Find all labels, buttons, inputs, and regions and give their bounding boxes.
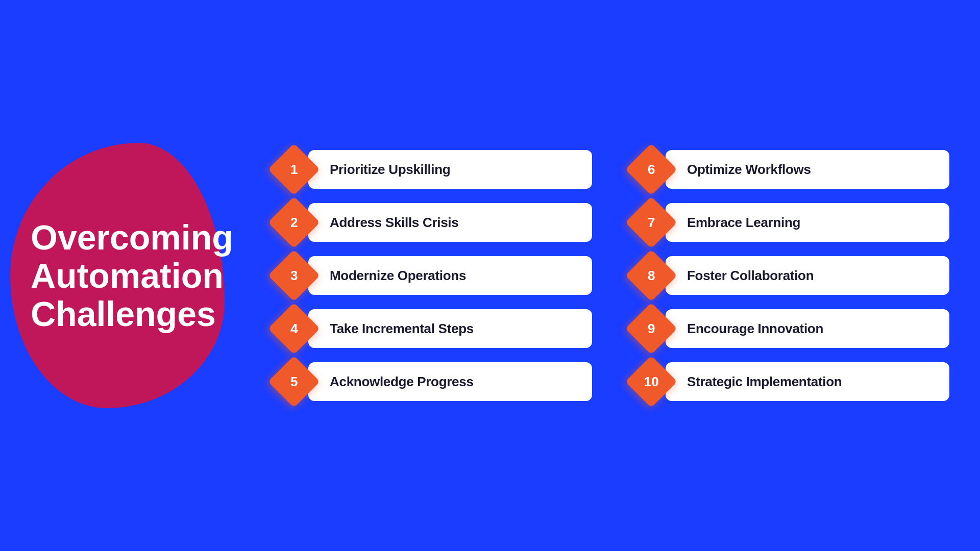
item-label-2: Address Skills Crisis	[330, 215, 458, 231]
item-row-6: 6 Optimize Workflows	[633, 150, 949, 189]
badge-number-6: 6	[648, 163, 655, 176]
item-label-5: Acknowledge Progress	[330, 374, 474, 390]
item-card-10: Strategic Implementation	[666, 362, 949, 401]
page-title: Overcoming Automation Challenges	[31, 218, 233, 333]
title-area: Overcoming Automation Challenges	[31, 218, 233, 333]
badge-number-5: 5	[290, 375, 298, 388]
item-card-7: Embrace Learning	[666, 203, 949, 242]
badge-number-2: 2	[290, 216, 298, 229]
item-card-2: Address Skills Crisis	[308, 203, 592, 242]
item-row-8: 8 Foster Collaboration	[633, 256, 949, 295]
badge-number-9: 9	[648, 322, 655, 335]
item-label-3: Modernize Operations	[330, 268, 466, 284]
item-card-8: Foster Collaboration	[666, 256, 949, 295]
item-row-1: 1 Prioritize Upskilling	[276, 150, 592, 189]
item-card-9: Encourage Innovation	[666, 309, 949, 348]
item-card-1: Prioritize Upskilling	[308, 150, 592, 189]
badge-number-3: 3	[290, 269, 298, 282]
item-row-2: 2 Address Skills Crisis	[276, 203, 592, 242]
item-card-6: Optimize Workflows	[666, 150, 949, 189]
item-row-10: 10 Strategic Implementation	[633, 362, 949, 401]
item-label-4: Take Incremental Steps	[330, 321, 474, 337]
badge-number-10: 10	[644, 375, 659, 388]
item-card-3: Modernize Operations	[308, 256, 592, 295]
badge-number-7: 7	[648, 216, 655, 229]
item-row-5: 5 Acknowledge Progress	[276, 362, 592, 401]
badge-number-8: 8	[648, 269, 655, 282]
item-label-6: Optimize Workflows	[687, 162, 811, 178]
item-label-1: Prioritize Upskilling	[330, 162, 450, 178]
badge-number-1: 1	[290, 163, 298, 176]
item-row-7: 7 Embrace Learning	[633, 203, 949, 242]
item-row-3: 3 Modernize Operations	[276, 256, 592, 295]
item-label-10: Strategic Implementation	[687, 374, 842, 390]
item-row-4: 4 Take Incremental Steps	[276, 309, 592, 348]
item-label-9: Encourage Innovation	[687, 321, 823, 337]
badge-number-4: 4	[290, 322, 298, 335]
content-grid: 1 Prioritize Upskilling 6 Optimize Workf…	[276, 150, 949, 401]
item-label-7: Embrace Learning	[687, 215, 800, 231]
item-label-8: Foster Collaboration	[687, 268, 814, 284]
item-row-9: 9 Encourage Innovation	[633, 309, 949, 348]
item-card-5: Acknowledge Progress	[308, 362, 592, 401]
item-card-4: Take Incremental Steps	[308, 309, 592, 348]
